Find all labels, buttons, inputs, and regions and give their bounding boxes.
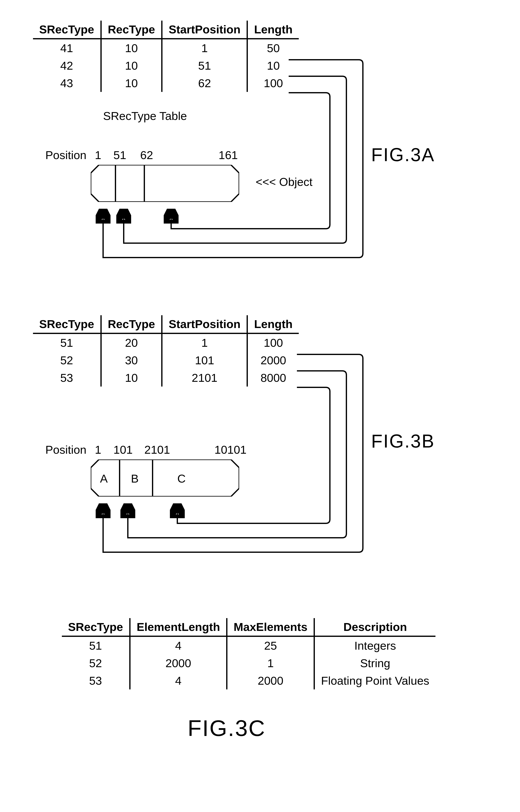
cell: 10 <box>101 74 162 92</box>
th: SRecType <box>33 315 101 333</box>
cell: 10 <box>101 57 162 74</box>
cell: 1 <box>162 333 247 352</box>
posb-10101: 10101 <box>214 443 246 456</box>
table-row: 53 4 2000 Floating Point Values <box>62 672 436 690</box>
cell: 62 <box>162 74 247 92</box>
table-row: 52 2000 1 String <box>62 654 436 672</box>
cell: 1 <box>162 39 247 57</box>
cell: 4 <box>130 672 227 690</box>
cell: 1 <box>227 654 314 672</box>
posb-2101: 2101 <box>144 443 170 456</box>
cell: 51 <box>162 57 247 74</box>
cell: 100 <box>247 333 299 352</box>
th: ElementLength <box>130 618 227 636</box>
cell: 53 <box>62 672 130 690</box>
fig3a-table: SRecType RecType StartPosition Length 41… <box>33 21 299 92</box>
fig3b-connectors <box>8 8 520 585</box>
cell: 43 <box>33 74 101 92</box>
cell: 10 <box>101 369 162 387</box>
cell: 50 <box>247 39 299 57</box>
fig3a-label: FIG.3A <box>371 144 435 165</box>
cell: 52 <box>33 352 101 369</box>
fig3b-object <box>91 459 239 497</box>
table-row: 42 10 51 10 <box>33 57 299 74</box>
cell: 51 <box>62 636 130 654</box>
pos-62: 62 <box>140 148 153 162</box>
th: Length <box>247 315 299 333</box>
cell: 2000 <box>130 654 227 672</box>
table-row: 51 4 25 Integers <box>62 636 436 654</box>
object-label: <<< Object <box>256 175 313 189</box>
cell: 2000 <box>247 352 299 369</box>
th: SRecType <box>62 618 130 636</box>
th: StartPosition <box>162 315 247 333</box>
cell: 2000 <box>227 672 314 690</box>
cell: 101 <box>162 352 247 369</box>
seg-a: A <box>100 472 108 485</box>
pos-161: 161 <box>218 148 238 162</box>
cell: 51 <box>33 333 101 352</box>
th: MaxElements <box>227 618 314 636</box>
cell: String <box>314 654 436 672</box>
pos-1: 1 <box>95 148 101 162</box>
cell: 20 <box>101 333 162 352</box>
table-row: 41 10 1 50 <box>33 39 299 57</box>
cell: 52 <box>62 654 130 672</box>
fig3b-table: SRecType RecType StartPosition Length 51… <box>33 315 299 387</box>
th: Length <box>247 21 299 39</box>
posb-101: 101 <box>113 443 133 456</box>
cell: 30 <box>101 352 162 369</box>
cell: 10 <box>101 39 162 57</box>
cell: 4 <box>130 636 227 654</box>
position-word: Position <box>45 148 86 162</box>
cell: Integers <box>314 636 436 654</box>
cell: 41 <box>33 39 101 57</box>
fig3a-object <box>91 165 239 202</box>
th: Description <box>314 618 436 636</box>
table-row: 43 10 62 100 <box>33 74 299 92</box>
th: RecType <box>101 315 162 333</box>
cell: 42 <box>33 57 101 74</box>
fig3c-label: FIG.3C <box>188 715 266 741</box>
cell: 8000 <box>247 369 299 387</box>
fig3c-table: SRecType ElementLength MaxElements Descr… <box>62 618 436 690</box>
th: SRecType <box>33 21 101 39</box>
cell: 53 <box>33 369 101 387</box>
cell: 25 <box>227 636 314 654</box>
fig3b-label: FIG.3B <box>371 430 435 452</box>
seg-c: C <box>177 472 186 485</box>
cell: 10 <box>247 57 299 74</box>
cell: Floating Point Values <box>314 672 436 690</box>
th: StartPosition <box>162 21 247 39</box>
th: RecType <box>101 21 162 39</box>
table-row: 53 10 2101 8000 <box>33 369 299 387</box>
position-word-b: Position <box>45 443 86 456</box>
cell: 2101 <box>162 369 247 387</box>
posb-1: 1 <box>95 443 101 456</box>
table-row: 52 30 101 2000 <box>33 352 299 369</box>
table-row: 51 20 1 100 <box>33 333 299 352</box>
fig3a-caption: SRecType Table <box>103 109 187 122</box>
pos-51: 51 <box>113 148 126 162</box>
cell: 100 <box>247 74 299 92</box>
seg-b: B <box>131 472 138 485</box>
